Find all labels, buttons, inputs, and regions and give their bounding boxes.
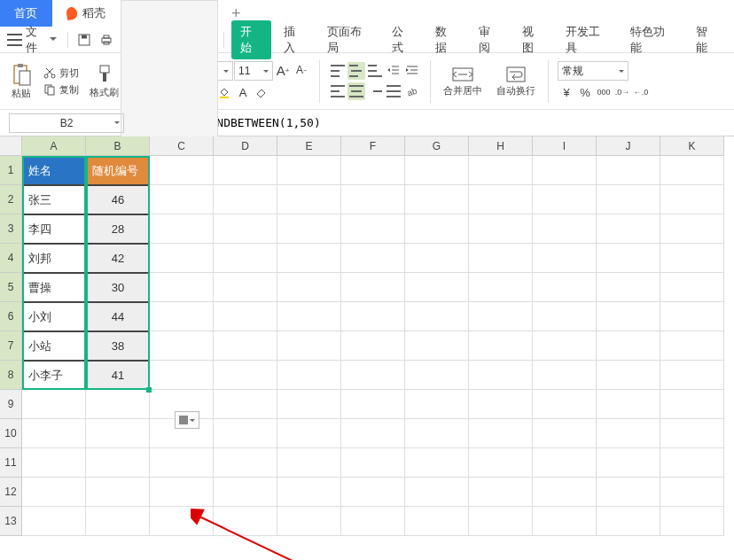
justify-button[interactable]	[385, 82, 402, 100]
cell-b7[interactable]: 38	[86, 331, 150, 361]
cell[interactable]	[86, 507, 150, 536]
thousands-button[interactable]: 000	[595, 83, 613, 101]
row-header[interactable]: 3	[0, 214, 22, 244]
increase-indent-button[interactable]	[403, 62, 421, 80]
cell[interactable]	[86, 448, 150, 478]
file-menu[interactable]: 文件	[26, 24, 56, 56]
align-right-button[interactable]	[366, 82, 384, 100]
cell-b2[interactable]: 46	[86, 185, 150, 214]
tab-daoke[interactable]: 稻壳	[52, 0, 121, 27]
font-color-button[interactable]: A	[234, 83, 252, 101]
cell[interactable]	[277, 331, 341, 361]
cell[interactable]	[533, 507, 597, 536]
print-icon[interactable]	[98, 30, 116, 50]
cell-a2[interactable]: 张三	[22, 185, 86, 214]
col-header[interactable]: K	[660, 136, 724, 156]
cell[interactable]	[341, 302, 405, 331]
cell[interactable]	[405, 244, 469, 273]
cell[interactable]	[660, 185, 724, 214]
cell[interactable]	[22, 507, 86, 536]
cell[interactable]	[341, 156, 405, 185]
cell[interactable]	[214, 156, 277, 185]
cell[interactable]	[22, 390, 86, 419]
cell[interactable]	[277, 478, 341, 507]
col-header[interactable]: H	[469, 136, 533, 156]
cell[interactable]	[405, 214, 469, 244]
row-header[interactable]: 1	[0, 156, 22, 185]
col-header[interactable]: D	[214, 136, 277, 156]
cell[interactable]	[533, 244, 597, 273]
cell-a7[interactable]: 小站	[22, 331, 86, 361]
cell[interactable]	[277, 156, 341, 185]
cell-b1[interactable]: 随机编号	[86, 156, 150, 185]
cell[interactable]	[597, 448, 660, 478]
cell[interactable]	[533, 448, 597, 478]
cell[interactable]	[214, 244, 277, 273]
paste-button[interactable]: 粘贴	[7, 60, 35, 102]
menu-tab-view[interactable]: 视图	[513, 20, 553, 59]
row-header[interactable]: 10	[0, 419, 22, 448]
cell[interactable]	[469, 419, 533, 448]
cell[interactable]	[597, 419, 660, 448]
menu-tab-dev[interactable]: 开发工具	[557, 20, 619, 59]
row-header[interactable]: 8	[0, 361, 22, 390]
cell[interactable]	[150, 185, 214, 214]
cell[interactable]	[660, 478, 724, 507]
col-header[interactable]: A	[22, 136, 86, 156]
decrease-decimal-button[interactable]: ←.0	[632, 83, 650, 101]
cell[interactable]	[277, 448, 341, 478]
cell[interactable]	[150, 214, 214, 244]
align-top-button[interactable]	[329, 62, 347, 80]
cell[interactable]	[214, 302, 277, 331]
wrap-text-button[interactable]: 自动换行	[493, 63, 539, 99]
cell-a4[interactable]: 刘邦	[22, 244, 86, 273]
cell[interactable]	[214, 390, 277, 419]
cell[interactable]	[150, 156, 214, 185]
cell[interactable]	[341, 478, 405, 507]
cell[interactable]	[86, 478, 150, 507]
menu-tab-special[interactable]: 特色功能	[621, 20, 683, 59]
decrease-indent-button[interactable]	[385, 62, 402, 80]
cell[interactable]	[469, 214, 533, 244]
cell[interactable]	[405, 448, 469, 478]
cell[interactable]	[405, 507, 469, 536]
formula-input[interactable]	[192, 113, 734, 133]
cell[interactable]	[277, 244, 341, 273]
increase-decimal-button[interactable]: .0→	[613, 83, 631, 101]
cell[interactable]	[150, 273, 214, 302]
menu-tab-formula[interactable]: 公式	[383, 20, 423, 59]
cell[interactable]	[533, 361, 597, 390]
cell[interactable]	[533, 185, 597, 214]
cell[interactable]	[22, 448, 86, 478]
orientation-button[interactable]: ab	[403, 82, 421, 100]
cell[interactable]	[341, 214, 405, 244]
row-header[interactable]: 11	[0, 448, 22, 478]
cell[interactable]	[597, 478, 660, 507]
col-header[interactable]: F	[341, 136, 405, 156]
cell-a6[interactable]: 小刘	[22, 302, 86, 331]
autofill-options-button[interactable]	[175, 411, 199, 429]
cell[interactable]	[86, 390, 150, 419]
cell[interactable]	[660, 361, 724, 390]
cell[interactable]	[597, 273, 660, 302]
cell[interactable]	[469, 331, 533, 361]
cell[interactable]	[533, 156, 597, 185]
menu-tab-data[interactable]: 数据	[426, 20, 466, 59]
cell[interactable]	[469, 244, 533, 273]
cell[interactable]	[341, 185, 405, 214]
cell-grid[interactable]: 姓名 随机编号 张三46 李四28 刘邦42 曹操30 小刘44 小站38 小李…	[22, 156, 724, 536]
cell[interactable]	[214, 214, 277, 244]
cell[interactable]	[660, 244, 724, 273]
copy-button[interactable]: 复制	[43, 82, 79, 97]
cell-b6[interactable]: 44	[86, 302, 150, 331]
menu-tab-review[interactable]: 审阅	[470, 20, 510, 59]
col-header[interactable]: J	[597, 136, 660, 156]
row-header[interactable]: 12	[0, 478, 22, 507]
format-painter-button[interactable]: 格式刷	[86, 61, 122, 101]
cell-a1[interactable]: 姓名	[22, 156, 86, 185]
save-icon[interactable]	[75, 30, 94, 50]
cell[interactable]	[214, 507, 277, 536]
cell[interactable]	[150, 361, 214, 390]
align-left-button[interactable]	[329, 82, 347, 100]
cell[interactable]	[277, 390, 341, 419]
